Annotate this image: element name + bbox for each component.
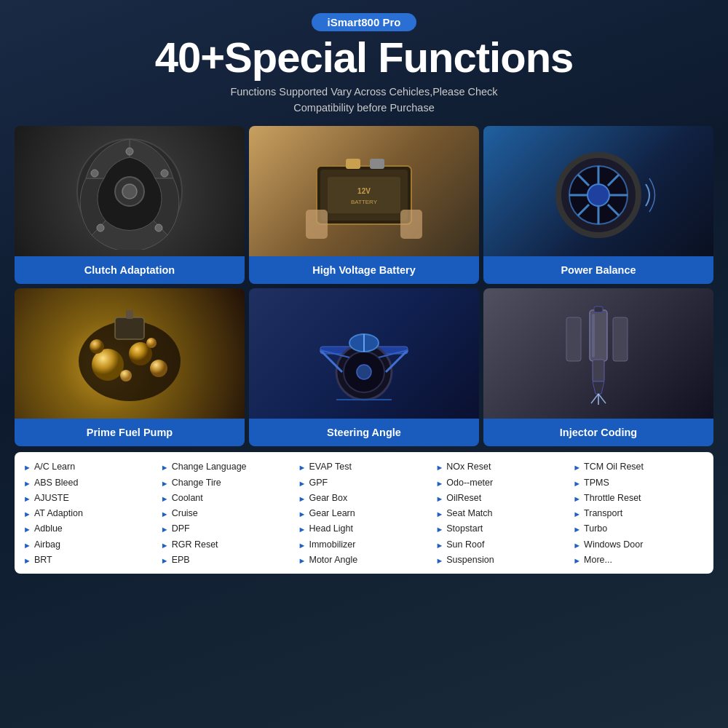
svg-point-8 bbox=[91, 170, 98, 177]
battery-image: 12V BATTERY bbox=[249, 126, 479, 256]
arrow-icon: ► bbox=[23, 507, 31, 521]
list-item: ►Throttle Reset bbox=[573, 491, 705, 506]
list-item: ►DPF bbox=[161, 521, 293, 537]
list-item: ►GPF bbox=[298, 475, 430, 491]
feature-image-grid: Clutch Adaptation 12V BATTERY bbox=[15, 126, 713, 446]
arrow-icon: ► bbox=[161, 539, 169, 553]
features-col-5: ►TCM Oil Reset ►TPMS ►Throttle Reset ►Tr… bbox=[570, 459, 708, 568]
arrow-icon: ► bbox=[435, 461, 443, 475]
svg-line-53 bbox=[591, 394, 598, 403]
arrow-icon: ► bbox=[435, 492, 443, 506]
battery-label: High Voltage Battery bbox=[249, 256, 479, 284]
list-item: ►AJUSTE bbox=[23, 491, 155, 506]
clutch-label: Clutch Adaptation bbox=[15, 256, 245, 284]
arrow-icon: ► bbox=[298, 492, 306, 506]
arrow-icon: ► bbox=[298, 554, 306, 568]
arrow-icon: ► bbox=[161, 492, 169, 506]
list-item: ►Adblue bbox=[23, 521, 155, 537]
card-clutch: Clutch Adaptation bbox=[15, 126, 245, 284]
svg-text:BATTERY: BATTERY bbox=[351, 199, 378, 205]
svg-text:12V: 12V bbox=[357, 187, 371, 195]
clutch-image bbox=[15, 126, 245, 256]
svg-rect-58 bbox=[613, 317, 628, 361]
list-item: ►Gear Learn bbox=[298, 506, 430, 521]
list-item: ►EPB bbox=[161, 553, 293, 568]
list-item: ►TPMS bbox=[573, 475, 705, 491]
arrow-icon: ► bbox=[23, 539, 31, 553]
arrow-icon: ► bbox=[23, 554, 31, 568]
list-item: ►OilReset bbox=[435, 491, 567, 506]
list-item: ►Motor Angle bbox=[298, 553, 430, 568]
arrow-icon: ► bbox=[298, 539, 306, 553]
arrow-icon: ► bbox=[435, 554, 443, 568]
steering-label: Steering Angle bbox=[249, 419, 479, 446]
arrow-icon: ► bbox=[298, 523, 306, 537]
svg-rect-17 bbox=[400, 210, 422, 239]
card-battery: 12V BATTERY High Voltage Battery bbox=[249, 126, 479, 284]
header-section: iSmart800 Pro 40+Special Functions Funct… bbox=[15, 13, 713, 116]
list-item: ►More... bbox=[573, 553, 705, 568]
svg-rect-37 bbox=[115, 317, 144, 339]
svg-point-6 bbox=[155, 224, 162, 232]
list-item: ►NOx Reset bbox=[435, 459, 567, 475]
svg-rect-11 bbox=[346, 159, 360, 169]
fuel-label: Prime Fuel Pump bbox=[15, 419, 245, 446]
features-col-3: ►EVAP Test ►GPF ►Gear Box ►Gear Learn ►H… bbox=[296, 459, 433, 568]
list-item: ►Suspension bbox=[435, 553, 567, 568]
list-item: ►Immobilizer bbox=[298, 537, 430, 553]
arrow-icon: ► bbox=[23, 477, 31, 491]
features-col-4: ►NOx Reset ►Odo--meter ►OilReset ►Seat M… bbox=[432, 459, 570, 568]
card-injector: Injector Coding bbox=[483, 288, 713, 446]
arrow-icon: ► bbox=[573, 554, 581, 568]
steering-image bbox=[249, 288, 479, 419]
svg-rect-38 bbox=[126, 310, 133, 319]
arrow-icon: ► bbox=[298, 477, 306, 491]
list-item: ►RGR Reset bbox=[161, 537, 293, 553]
card-power: Power Balance bbox=[483, 126, 713, 284]
list-item: ►Coolant bbox=[161, 491, 293, 506]
list-item: ►A/C Learn bbox=[23, 459, 155, 475]
injector-label: Injector Coding bbox=[483, 419, 713, 446]
arrow-icon: ► bbox=[435, 477, 443, 491]
list-item: ►Sun Roof bbox=[435, 537, 567, 553]
list-item: ►Gear Box bbox=[298, 491, 430, 506]
svg-point-36 bbox=[146, 338, 157, 348]
list-item: ►AT Adaption bbox=[23, 506, 155, 521]
arrow-icon: ► bbox=[298, 507, 306, 521]
arrow-icon: ► bbox=[573, 523, 581, 537]
features-col-2: ►Change Language ►Change Tire ►Coolant ►… bbox=[158, 459, 296, 568]
arrow-icon: ► bbox=[435, 539, 443, 553]
arrow-icon: ► bbox=[435, 507, 443, 521]
svg-rect-57 bbox=[592, 314, 595, 357]
arrow-icon: ► bbox=[23, 492, 31, 506]
list-item: ►TCM Oil Reset bbox=[573, 459, 705, 475]
svg-rect-13 bbox=[328, 177, 400, 213]
arrow-icon: ► bbox=[161, 507, 169, 521]
svg-rect-51 bbox=[593, 360, 604, 381]
arrow-icon: ► bbox=[23, 523, 31, 537]
svg-point-3 bbox=[122, 184, 137, 199]
arrow-icon: ► bbox=[298, 461, 306, 475]
injector-image bbox=[483, 288, 713, 419]
list-item: ►EVAP Test bbox=[298, 459, 430, 475]
arrow-icon: ► bbox=[23, 461, 31, 475]
svg-point-34 bbox=[90, 339, 104, 354]
list-item: ►ABS Bleed bbox=[23, 475, 155, 491]
list-item: ►BRT bbox=[23, 553, 155, 568]
svg-point-35 bbox=[120, 370, 132, 381]
list-item: ►Turbo bbox=[573, 521, 705, 537]
svg-line-55 bbox=[598, 394, 606, 403]
svg-point-7 bbox=[97, 224, 104, 232]
svg-point-5 bbox=[161, 170, 168, 177]
list-item: ►Transport bbox=[573, 506, 705, 521]
svg-point-33 bbox=[150, 360, 167, 377]
arrow-icon: ► bbox=[435, 523, 443, 537]
list-item: ►Change Language bbox=[161, 459, 293, 475]
list-item: ►Stopstart bbox=[435, 521, 567, 537]
arrow-icon: ► bbox=[573, 507, 581, 521]
arrow-icon: ► bbox=[573, 461, 581, 475]
svg-point-20 bbox=[587, 184, 609, 206]
arrow-icon: ► bbox=[161, 523, 169, 537]
list-item: ►Change Tire bbox=[161, 475, 293, 491]
list-item: ►Cruise bbox=[161, 506, 293, 521]
